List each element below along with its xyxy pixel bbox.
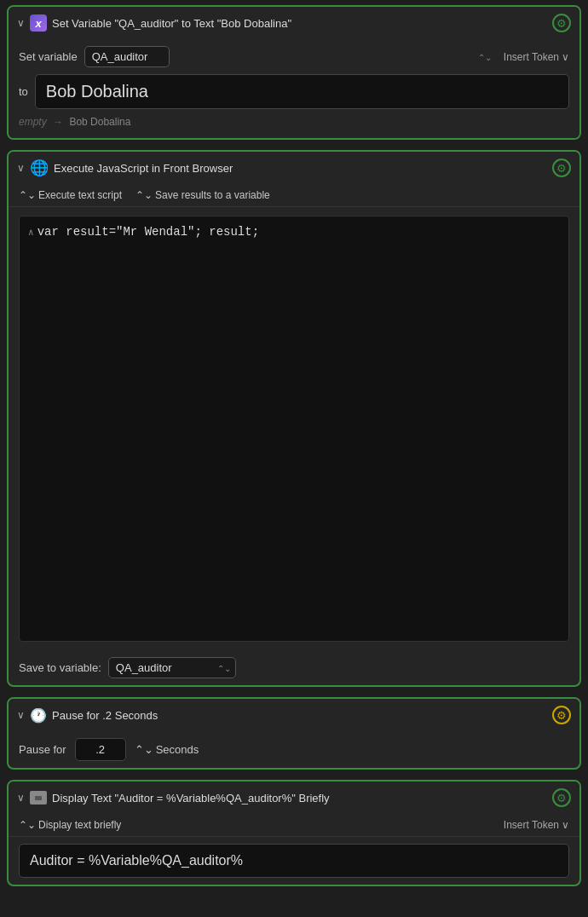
pause-chevron[interactable]: ∨ (17, 709, 25, 721)
display-text-sub-actions: ⌃⌄ Display text briefly Insert Token ∨ (9, 814, 579, 837)
pause-row: Pause for ⌃⌄ Seconds (9, 731, 579, 768)
set-variable-select-wrapper: QA_auditor (84, 46, 497, 67)
display-briefly-chevron-icon: ⌃⌄ (19, 819, 36, 831)
set-variable-title: Set Variable "QA_auditor" to Text "Bob D… (52, 17, 291, 30)
page-container: ∨ x Set Variable "QA_auditor" to Text "B… (0, 0, 588, 891)
execute-js-gear[interactable]: ⚙ (552, 159, 571, 177)
display-text-block: ∨ Display Text "Auditor = %Variable%QA_a… (7, 780, 581, 886)
execute-js-title: Execute JavaScript in Front Browser (54, 162, 233, 175)
display-text-gear[interactable]: ⚙ (552, 788, 571, 807)
execute-js-chevron[interactable]: ∨ (17, 162, 25, 174)
execute-script-chevron-icon: ⌃⌄ (19, 189, 36, 201)
display-text-header: ∨ Display Text "Auditor = %Variable%QA_a… (9, 781, 579, 814)
set-variable-select[interactable]: QA_auditor (84, 46, 170, 67)
execute-js-icon: 🌐 (30, 159, 49, 177)
set-variable-block: ∨ x Set Variable "QA_auditor" to Text "B… (7, 5, 581, 140)
code-editor[interactable]: ∧var result="Mr Wendal"; result; (19, 216, 569, 642)
pause-icon: 🕐 (30, 707, 47, 724)
pause-unit-select[interactable]: ⌃⌄ Seconds (135, 743, 199, 756)
pause-unit-label: Seconds (156, 743, 199, 756)
pause-unit-chevron-icon: ⌃⌄ (135, 743, 153, 756)
display-text-icon (30, 791, 47, 805)
save-var-wrapper: QA_auditor (108, 657, 236, 678)
set-variable-chevron[interactable]: ∨ (17, 17, 25, 29)
display-text-briefly-btn[interactable]: ⌃⌄ Display text briefly (19, 819, 121, 831)
pause-for-label: Pause for (19, 743, 66, 756)
code-toggle-icon: ∧ (28, 228, 34, 238)
display-text-title: Display Text "Auditor = %Variable%QA_aud… (52, 792, 330, 805)
code-content: var result="Mr Wendal"; result; (37, 225, 259, 239)
set-variable-label: Set variable (19, 50, 78, 63)
save-results-chevron-icon: ⌃⌄ (135, 189, 153, 201)
execute-js-sub-actions: ⌃⌄ Execute text script ⌃⌄ Save results t… (9, 184, 579, 207)
preview-empty: empty (19, 116, 47, 128)
set-variable-gear[interactable]: ⚙ (552, 14, 571, 32)
pause-header: ∨ 🕐 Pause for .2 Seconds ⚙ (9, 699, 579, 731)
pause-block: ∨ 🕐 Pause for .2 Seconds ⚙ Pause for ⌃⌄ … (7, 697, 581, 770)
set-variable-value-input[interactable] (35, 74, 569, 109)
display-text-header-left: ∨ Display Text "Auditor = %Variable%QA_a… (17, 791, 330, 805)
display-text-chevron[interactable]: ∨ (17, 792, 25, 804)
preview-value: Bob Dobalina (69, 116, 130, 128)
pause-gear[interactable]: ⚙ (552, 706, 571, 724)
save-results-btn[interactable]: ⌃⌄ Save results to a variable (135, 189, 270, 201)
pause-title: Pause for .2 Seconds (52, 709, 158, 722)
pause-value-input[interactable] (75, 738, 126, 761)
set-variable-preview: empty → Bob Dobalina (19, 116, 569, 128)
display-text-insert-token[interactable]: Insert Token ∨ (504, 819, 569, 831)
execute-js-header: ∨ 🌐 Execute JavaScript in Front Browser … (9, 152, 579, 184)
preview-arrow: → (53, 116, 63, 128)
save-to-variable-label: Save to variable: (19, 661, 101, 674)
execute-js-header-left: ∨ 🌐 Execute JavaScript in Front Browser (17, 159, 233, 177)
pause-header-left: ∨ 🕐 Pause for .2 Seconds (17, 707, 158, 724)
save-var-row: Save to variable: QA_auditor (9, 650, 579, 685)
execute-js-block: ∨ 🌐 Execute JavaScript in Front Browser … (7, 150, 581, 687)
set-variable-icon: x (30, 14, 47, 32)
display-text-value-input[interactable] (19, 844, 569, 878)
set-variable-row: Set variable QA_auditor Insert Token ∨ (19, 46, 569, 67)
execute-text-script-btn[interactable]: ⌃⌄ Execute text script (19, 189, 122, 201)
set-variable-body: Set variable QA_auditor Insert Token ∨ t… (9, 39, 579, 138)
display-insert-chevron-icon: ∨ (562, 819, 569, 831)
set-variable-header: ∨ x Set Variable "QA_auditor" to Text "B… (9, 7, 579, 39)
save-var-select[interactable]: QA_auditor (108, 657, 236, 678)
set-variable-insert-token[interactable]: Insert Token ∨ (504, 51, 569, 63)
insert-token-chevron-icon: ∨ (562, 51, 569, 63)
to-label: to (19, 85, 28, 98)
set-variable-to-row: to (19, 74, 569, 109)
set-variable-header-left: ∨ x Set Variable "QA_auditor" to Text "B… (17, 14, 291, 32)
